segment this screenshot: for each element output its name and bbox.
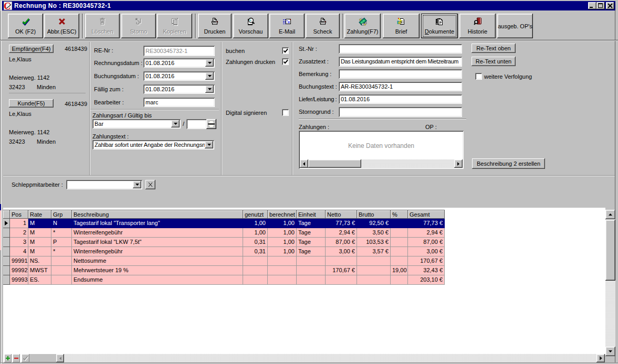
table-cell[interactable]: Tagestarif lokal "LKW 7,5t" [72,238,243,247]
table-cell[interactable]: Endsumme [72,275,243,285]
table-cell[interactable]: Winterreifengebühr [72,228,243,238]
scroll-left-button[interactable] [300,159,308,168]
table-cell[interactable]: N [51,219,72,228]
dropdown-button[interactable] [205,85,214,93]
table-cell[interactable] [357,266,391,275]
table-cell[interactable]: M [28,238,51,247]
table-cell[interactable] [357,256,391,266]
bemerkung-field[interactable] [339,69,462,79]
table-cell[interactable] [243,256,268,266]
table-cell[interactable]: M [28,247,51,256]
table-cell[interactable] [51,275,72,285]
table-cell[interactable]: Tage [297,238,326,247]
table-cell[interactable] [243,275,268,285]
stnr-field[interactable] [339,44,462,53]
buchungsdatum-combo[interactable]: 01.08.2016 [143,71,215,81]
table-cell[interactable]: 0,31 [243,247,268,256]
positions-table[interactable]: PosRateGrpBeschreibunggenutztberechnetEi… [3,210,445,285]
table-cell[interactable]: ES. [28,275,51,285]
table-cell[interactable] [326,275,357,285]
delete-button[interactable]: Löschen [85,14,120,38]
row-selector[interactable] [3,228,10,238]
table-cell[interactable]: 32,43 € [408,266,445,275]
preview-button[interactable]: Vorschau [233,14,268,38]
openops-button[interactable]: ausgeb. OP's [497,14,533,38]
table-cell[interactable]: 1,00 [268,228,297,238]
table-cell[interactable]: 1 [10,219,28,228]
scroll-right-button[interactable] [454,159,463,168]
column-header-Rate[interactable]: Rate [28,210,51,219]
table-cell[interactable]: * [51,247,72,256]
table-cell[interactable]: 170,67 € [408,256,445,266]
gueltig-bis-spinner[interactable] [206,119,216,129]
table-cell[interactable] [243,266,268,275]
table-cell[interactable] [268,266,297,275]
zahlungsart-combo[interactable]: Bar [92,119,181,129]
delete-row-button[interactable] [13,354,20,362]
row-selector[interactable] [3,219,10,228]
ok-button[interactable]: OK (F2) [8,14,43,38]
retext-oben-button[interactable]: Re-Text oben [472,44,516,53]
column-header-Grp[interactable]: Grp [51,210,72,219]
table-cell[interactable]: 92,50 € [357,219,391,228]
table-cell[interactable]: 99992 [10,266,28,275]
column-header-%[interactable]: % [391,210,408,219]
table-cell[interactable]: 2,94 € [408,228,445,238]
table-cell[interactable]: 203,10 € [408,275,445,285]
table-cell[interactable] [326,256,357,266]
table-cell[interactable] [51,256,72,266]
beschreibung2-button[interactable]: Beschreibung 2 erstellen [472,158,545,169]
empfaenger-button[interactable]: Empfänger(F4) [9,45,54,53]
dropdown-button[interactable] [205,72,214,80]
table-cell[interactable] [297,266,326,275]
digital-signieren-checkbox[interactable] [282,109,289,116]
column-header-genutzt[interactable]: genutzt [243,210,268,219]
table-cell[interactable] [391,219,408,228]
column-header-selector[interactable] [3,210,10,219]
grid-vscrollbar[interactable] [605,210,615,356]
table-cell[interactable]: 19,00 [391,266,408,275]
table-cell[interactable]: 2,94 € [326,228,357,238]
column-header-Einheit[interactable]: Einheit [297,210,326,219]
scroll-thumb[interactable] [308,159,361,168]
column-header-Brutto[interactable]: Brutto [357,210,391,219]
table-cell[interactable]: MWST [28,266,51,275]
scroll-right-button[interactable] [596,354,605,362]
retext-unten-button[interactable]: Re-Text unten [472,57,516,66]
scroll-track[interactable] [361,159,454,168]
zahlungstext-combo[interactable]: Zahlbar sofort unter Angabe der Rechnung… [92,140,214,149]
scroll-up-button[interactable] [605,210,615,219]
copy-button[interactable]: Kopieren [157,14,192,38]
verfolgung-checkbox[interactable] [475,73,482,80]
table-cell[interactable] [391,256,408,266]
table-cell[interactable]: 77,73 € [326,219,357,228]
table-cell[interactable]: 4 [10,247,28,256]
maximize-button[interactable] [596,2,605,9]
row-selector[interactable] [3,256,10,266]
app-icon[interactable]: C [4,2,12,10]
dropdown-button[interactable] [171,120,180,127]
zusatztext-field[interactable]: Das Leistungsdatum entspricht dem Mietze… [339,57,462,67]
minimize-button[interactable] [588,2,596,9]
scroll-left-button[interactable] [56,354,64,362]
table-cell[interactable]: 99993 [10,275,28,285]
table-cell[interactable]: 103,53 € [357,238,391,247]
table-cell[interactable]: 3 [10,238,28,247]
history-button[interactable]: Historie [459,14,496,38]
scroll-down-button[interactable] [605,347,615,356]
table-cell[interactable]: 87,00 € [326,238,357,247]
gueltig-bis-field[interactable] [186,119,207,129]
payment-button[interactable]: Zahlung(F7) [344,14,381,38]
row-selector[interactable] [3,275,10,285]
stornogrund-field[interactable] [339,107,462,117]
close-button[interactable] [606,2,614,9]
column-header-Gesamt[interactable]: Gesamt [408,210,445,219]
column-header-Beschreibung[interactable]: Beschreibung [72,210,243,219]
cancel-button[interactable]: Abbr.(ESC) [44,14,79,38]
table-cell[interactable] [391,228,408,238]
table-cell[interactable]: M [28,228,51,238]
table-cell[interactable]: 1,00 [243,219,268,228]
schlepp-combo[interactable] [66,180,142,189]
table-cell[interactable]: 1,00 [243,228,268,238]
faellig-combo[interactable]: 01.08.2016 [143,84,215,94]
